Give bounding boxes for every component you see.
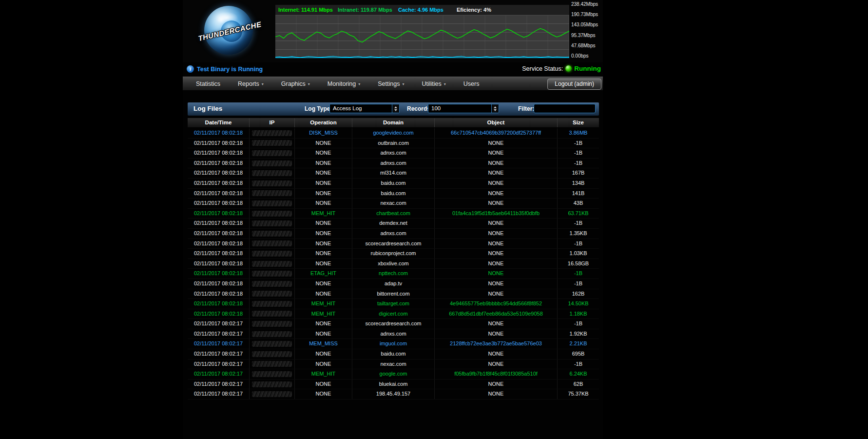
cell-datetime: 02/11/2017 08:02:18 [188, 289, 250, 299]
table-row: 02/11/2017 08:02:18NONEdemdex.netNONE-1B [188, 219, 599, 229]
cell-datetime: 02/11/2017 08:02:18 [188, 199, 250, 208]
table-row: 02/11/2017 08:02:18NONEscorecardresearch… [188, 239, 599, 249]
cell-ip [250, 219, 295, 228]
log-type-select[interactable]: Access Log [329, 104, 400, 113]
cell-size: -1B [558, 269, 599, 279]
cell-ip [250, 339, 295, 349]
filter-input[interactable] [534, 104, 596, 113]
cell-size: 167B [558, 168, 599, 178]
redacted-ip [252, 391, 292, 397]
cell-domain: baidu.com [352, 189, 435, 199]
table-row: 02/11/2017 08:02:18NONEbaidu.comNONE141B [188, 189, 599, 199]
chevron-down-icon: ▾ [308, 82, 310, 86]
cell-operation: ETAG_HIT [295, 269, 352, 279]
status-indicator-icon [565, 65, 572, 72]
table-row: 02/11/2017 08:02:18NONEoutbrain.comNONE-… [188, 139, 599, 149]
table-row: 02/11/2017 08:02:18ETAG_HITnpttech.comNO… [188, 269, 599, 279]
cell-size: -1B [558, 319, 599, 329]
legend-intranet: Intranet: 119.87 Mbps [338, 7, 392, 13]
cell-ip [250, 168, 295, 178]
cell-datetime: 02/11/2017 08:02:18 [188, 139, 250, 148]
nav-item-users[interactable]: Users [459, 77, 484, 90]
redacted-ip [252, 291, 292, 297]
cell-ip [250, 229, 295, 239]
cell-size: -1B [558, 279, 599, 289]
log-table-header: Date/Time IP Operation Domain Object Siz… [188, 118, 599, 127]
cell-operation: NONE [295, 319, 352, 329]
cell-datetime: 02/11/2017 08:02:17 [188, 329, 250, 339]
nav-item-reports[interactable]: Reports▾ [233, 77, 268, 90]
cell-datetime: 02/11/2017 08:02:18 [188, 309, 250, 319]
select-spinner-icon[interactable] [392, 104, 399, 113]
cell-object: NONE [435, 269, 558, 279]
redacted-ip [252, 341, 292, 347]
table-row: 02/11/2017 08:02:18NONEbaidu.comNONE134B [188, 179, 599, 189]
cell-datetime: 02/11/2017 08:02:18 [188, 219, 250, 228]
cell-object: NONE [435, 229, 558, 239]
logout-button[interactable]: Logout (admin) [547, 79, 601, 90]
nav-item-label: Settings [378, 80, 400, 87]
cell-datetime: 02/11/2017 08:02:17 [188, 389, 250, 399]
cell-domain: adap.tv [352, 279, 435, 289]
cell-size: 43B [558, 199, 599, 208]
cell-ip [250, 189, 295, 199]
nav-item-settings[interactable]: Settings▾ [373, 77, 408, 90]
y-axis-label: 0.00bps [571, 54, 602, 59]
select-spinner-icon[interactable] [491, 104, 499, 113]
cell-domain: outbrain.com [352, 139, 435, 148]
nav-item-monitoring[interactable]: Monitoring▾ [323, 77, 365, 90]
redacted-ip [252, 170, 292, 176]
table-row: 02/11/2017 08:02:18NONEadnxs.comNONE1.35… [188, 229, 599, 239]
cell-object: NONE [435, 239, 558, 249]
service-status: Service Status: Running [522, 65, 601, 72]
log-files-panel: Log Files Log Type: Access Log Records: … [188, 102, 599, 399]
binary-status-message: Test Binary is Running [197, 66, 263, 73]
legend-internet: Internet: 114.91 Mbps [278, 7, 333, 13]
cell-size: 134B [558, 179, 599, 188]
cell-ip [250, 289, 295, 299]
cell-size: 3.86MB [558, 128, 599, 138]
cell-operation: NONE [295, 279, 352, 289]
redacted-ip [252, 261, 292, 267]
cell-operation: NONE [295, 168, 352, 178]
chevron-down-icon: ▾ [444, 82, 446, 86]
table-row: 02/11/2017 08:02:18NONExboxlive.comNONE1… [188, 259, 599, 269]
cell-domain: googlevideo.com [352, 128, 435, 138]
records-select[interactable]: 100 [428, 104, 499, 113]
panel-title: Log Files [193, 105, 222, 112]
cell-datetime: 02/11/2017 08:02:17 [188, 339, 250, 349]
cell-object: NONE [435, 159, 558, 168]
nav-item-utilities[interactable]: Utilities▾ [417, 77, 450, 90]
cell-object: NONE [435, 139, 558, 148]
cell-ip [250, 359, 295, 369]
cell-ip [250, 249, 295, 259]
cell-datetime: 02/11/2017 08:02:18 [188, 259, 250, 269]
cell-datetime: 02/11/2017 08:02:18 [188, 209, 250, 219]
cell-datetime: 02/11/2017 08:02:17 [188, 319, 250, 329]
cell-object: 4e94655775eb9bbbbc954dd566f8f852 [435, 299, 558, 309]
redacted-ip [252, 231, 292, 237]
nav-item-graphics[interactable]: Graphics▾ [277, 77, 314, 90]
cell-operation: NONE [295, 229, 352, 239]
redacted-ip [252, 251, 292, 257]
cell-operation: NONE [295, 239, 352, 249]
cell-size: -1B [558, 219, 599, 228]
filter-label: Filter: [518, 105, 534, 112]
cell-operation: NONE [295, 389, 352, 399]
cell-ip [250, 259, 295, 269]
table-row: 02/11/2017 08:02:18NONEml314.comNONE167B [188, 168, 599, 179]
cell-ip [250, 128, 295, 138]
table-row: 02/11/2017 08:02:17NONEadnxs.comNONE1.92… [188, 329, 599, 339]
cell-domain: imguol.com [352, 339, 435, 349]
cell-datetime: 02/11/2017 08:02:18 [188, 229, 250, 239]
cell-domain: chartbeat.com [352, 209, 435, 219]
nav-item-statistics[interactable]: Statistics [192, 77, 225, 90]
cell-operation: NONE [295, 159, 352, 168]
redacted-ip [252, 361, 292, 367]
redacted-ip [252, 371, 292, 377]
y-axis-label: 47.68Mbps [571, 43, 602, 48]
cell-size: -1B [558, 159, 599, 168]
redacted-ip [252, 381, 292, 387]
top-header: THUNDERCACHE Internet: 114.91 Mbps Intra… [183, 0, 603, 62]
cell-operation: NONE [295, 329, 352, 339]
